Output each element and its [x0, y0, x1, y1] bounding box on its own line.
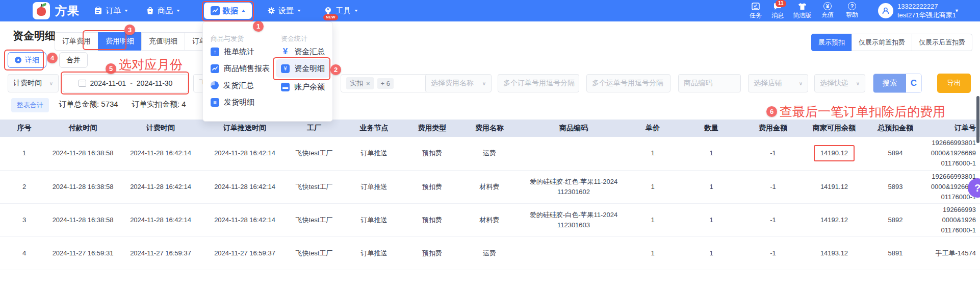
cell-fee-amount: -1 [744, 236, 802, 270]
chevron-down-icon: ∨ [852, 81, 860, 86]
order-no-input[interactable]: 多个订单号用逗号分隔 [498, 74, 579, 92]
menu-item-shipping-summary[interactable]: 发货汇总 [211, 78, 254, 93]
annotation-step-4: 4 [47, 53, 58, 63]
detail-toggle-button[interactable]: 详细 [8, 52, 46, 68]
cell-fee-name: 运费 [459, 236, 520, 270]
chart-icon [211, 6, 220, 15]
table-body: 1 2024-11-28 16:38:58 2024-11-28 16:42:1… [0, 137, 980, 270]
chevron-down-icon: ▼ [354, 9, 359, 13]
cell-pay-time: 2024-11-27 16:59:31 [48, 236, 117, 270]
col-factory: 工厂 [286, 120, 343, 137]
tag-chip[interactable]: 实扣 × [346, 77, 374, 89]
chevron-down-icon: ▼ [176, 9, 181, 13]
table-row[interactable]: 1 2024-11-28 16:38:58 2024-11-28 16:42:1… [0, 137, 980, 170]
close-icon[interactable]: × [366, 80, 370, 87]
cell-seq: 3 [0, 203, 48, 236]
tab-recharge-detail[interactable]: 充值明细 [141, 32, 185, 51]
tag-more-chip[interactable]: + 6 [377, 78, 394, 89]
cell-factory: 飞快test工厂 [286, 203, 343, 236]
cell-balance: 14192.12 [802, 203, 867, 236]
time-type-select[interactable]: 计费时间 ∨ [8, 74, 59, 92]
menu-item-push-stats[interactable]: ↑ 推单统计 [211, 44, 254, 59]
shop-select[interactable]: 选择店铺 ∨ [748, 74, 808, 92]
table-row[interactable]: 2 2024-11-28 16:38:58 2024-11-28 16:42:1… [0, 170, 980, 203]
cell-fee-name: 材料费 [459, 170, 520, 203]
chevron-down-icon: ∨ [795, 81, 803, 86]
refresh-icon[interactable]: C [906, 74, 921, 92]
bag-icon [146, 7, 154, 15]
cell-balance: 14193.12 [802, 236, 867, 270]
menu-item-fund-summary[interactable]: ¥ 资金汇总 [281, 44, 325, 59]
table-row[interactable]: 4 2024-11-27 16:59:31 2024-11-27 16:59:3… [0, 236, 980, 270]
fee-detail-table: 序号 付款时间 计费时间 订单推送时间 工厂 业务节点 费用类型 费用名称 商品… [0, 120, 980, 270]
cell-push-time: 2024-11-28 16:42:14 [204, 203, 286, 236]
menu-item-fund-detail-active[interactable]: ¥ 资金明细 [276, 59, 330, 78]
brand[interactable]: 方果 [33, 2, 80, 19]
top-navbar: 方果 订单 ▼ 商品 ▼ 数据 ▲ 设置 [0, 0, 980, 21]
annotation-pick-month: 选对应月份 [119, 56, 183, 73]
scrollbar-thumb[interactable] [976, 96, 979, 143]
cell-qty: 1 [678, 203, 744, 236]
display-filter-group: 展示预扣 仅展示前置扣费 仅展示后置扣费 [812, 34, 972, 51]
order-total-amount: 订单总金额: 5734 [59, 100, 118, 109]
nav-simple-mode-button[interactable]: 简洁版 [791, 2, 813, 20]
table-header: 序号 付款时间 计费时间 订单推送时间 工厂 业务节点 费用类型 费用名称 商品… [0, 120, 980, 137]
nav-recharge-button[interactable]: ¥ 充值 [816, 2, 839, 19]
menu-item-account-balance[interactable]: ▬ 账户余额 [281, 79, 325, 94]
menu-item-sales-report[interactable]: 商品销售报表 [211, 61, 270, 76]
export-button[interactable]: 导出 [937, 74, 971, 93]
fee-name-select[interactable]: 选择费用名称 ∨ [425, 74, 492, 92]
merge-toggle-button[interactable]: 合并 [59, 52, 88, 68]
user-info[interactable]: 13322222227 test271华强北商家1 [897, 2, 956, 19]
tab-fee-detail[interactable]: 费用明细 [98, 32, 142, 51]
col-product-code: 商品编码 [520, 120, 627, 137]
product-code-input[interactable]: 商品编码 [678, 74, 741, 92]
nav-help-button[interactable]: ? 帮助 [841, 2, 863, 19]
nav-item-data-active[interactable]: 数据 ▲ [204, 3, 252, 19]
cell-price: 1 [627, 203, 678, 236]
show-prededuct-button[interactable]: 展示预扣 [811, 34, 852, 51]
date-range-input[interactable]: 2024-11-01 - 2024-11-30 [63, 74, 188, 92]
cell-factory: 飞快test工厂 [286, 170, 343, 203]
express-select[interactable]: 选择快递 ∨ [814, 74, 865, 92]
gear-icon [267, 7, 275, 15]
menu-group-product-shipping: 商品与发货 [211, 34, 244, 43]
calendar-icon [79, 80, 86, 87]
nav-tasks-button[interactable]: 任务 [744, 2, 767, 20]
user-phone: 13322222227 [897, 2, 956, 11]
nav-messages-button[interactable]: 11 消息 [766, 2, 789, 20]
nav-item-settings[interactable]: 设置 ▼ [267, 0, 301, 21]
wallet-icon: ▬ [281, 83, 290, 91]
clipboard-icon [94, 7, 102, 15]
table-row[interactable]: 3 2024-11-28 16:38:58 2024-11-28 16:42:1… [0, 203, 980, 236]
table-total-pill[interactable]: 整表合计 [11, 98, 49, 112]
cell-balance: 14191.12 [802, 170, 867, 203]
menu-item-shipping-detail[interactable]: ≡ 发货明细 [211, 94, 254, 110]
new-badge: NEW [323, 14, 338, 20]
cell-fee-name: 材料费 [459, 203, 520, 236]
col-balance: 商家可用余额 [802, 120, 867, 137]
chevron-down-icon: ▼ [955, 8, 959, 13]
nav-item-products[interactable]: 商品 ▼ [146, 0, 180, 21]
waybill-no-input[interactable]: 多个运单号用逗号分隔 [586, 74, 670, 92]
cell-pay-time: 2024-11-28 16:38:58 [48, 203, 117, 236]
task-card-icon [752, 2, 760, 11]
tab-order-fee[interactable]: 订单费用 [55, 32, 98, 51]
cell-fee-name: 运费 [459, 137, 520, 170]
shipping-summary-pie-icon [211, 81, 219, 89]
deduct-type-tag-select[interactable]: 实扣 × + 6 ∨ [341, 74, 437, 92]
chevron-down-icon: ▼ [124, 9, 129, 13]
user-avatar[interactable] [878, 3, 893, 18]
cell-price: 1 [627, 236, 678, 270]
fund-summary-yen-icon: ¥ [281, 46, 290, 57]
cell-bill-time: 2024-11-28 16:42:14 [117, 170, 204, 203]
search-button[interactable]: 搜索 C [873, 74, 922, 93]
cell-node: 订单推送 [343, 137, 405, 170]
cell-factory: 飞快test工厂 [286, 137, 343, 170]
show-pre-deduct-only-button[interactable]: 仅展示前置扣费 [852, 34, 912, 51]
show-post-deduct-only-button[interactable]: 仅展示后置扣费 [912, 34, 972, 51]
cell-fee-amount: -1 [744, 137, 802, 170]
nav-item-orders[interactable]: 订单 ▼ [94, 0, 128, 21]
chevron-down-icon: ∨ [45, 81, 53, 86]
order-actual-amount: 订单实扣金额: 4 [132, 100, 186, 109]
